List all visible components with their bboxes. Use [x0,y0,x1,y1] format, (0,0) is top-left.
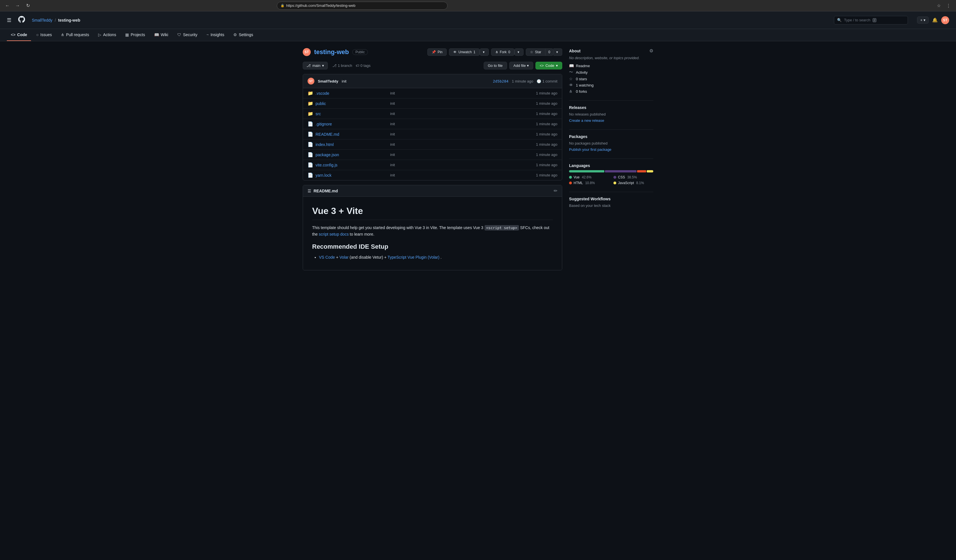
watching-sidebar-link[interactable]: 👁 1 watching [569,83,653,87]
branch-selector[interactable]: ⎇ main ▾ [303,62,328,69]
nav-tab-insights[interactable]: ~ Insights [203,29,228,41]
language-bar-segment [569,170,604,172]
file-name[interactable]: README.md [316,132,387,137]
fork-label: Fork [500,50,507,54]
ts-plugin-link[interactable]: TypeScript Vue Plugin (Volar) [388,255,439,260]
fork-dropdown[interactable]: ▾ [514,49,524,56]
user-avatar[interactable]: ST [941,16,949,24]
nav-tab-settings[interactable]: ⚙ Settings [229,29,257,41]
no-packages-text: No packages published [569,141,653,145]
breadcrumb-repo[interactable]: testing-web [58,18,80,22]
lang-name: Vue [574,175,580,179]
file-commit-message: init [390,101,533,105]
fork-sidebar-icon: ⋔ [569,89,574,94]
code-dropdown-button[interactable]: <> Code ▾ [536,62,562,69]
forks-sidebar-link[interactable]: ⋔ 0 forks [569,89,653,94]
watching-label: 1 watching [576,83,593,87]
publish-package-link[interactable]: Publish your first package [569,147,612,152]
security-icon: 🛡 [177,33,181,37]
breadcrumb-org[interactable]: SmallTeddy [32,18,52,22]
browser-bookmark[interactable]: ☆ [935,2,943,10]
projects-icon: ▦ [125,33,129,37]
global-search[interactable]: 🔍 Type / to search / [834,16,908,24]
about-section: About ⚙ No description, website, or topi… [569,48,653,94]
nav-tab-issues[interactable]: ○ Issues [32,29,56,41]
nav-tab-actions[interactable]: ▷ Actions [94,29,120,41]
star-dropdown[interactable]: ▾ [553,49,562,56]
commit-hash[interactable]: 2d5b284 [493,79,508,83]
fork-button[interactable]: ⋔ Fork 0 [491,49,515,56]
commit-count[interactable]: 🕐 1 commit [536,79,557,83]
languages-bar [569,170,653,172]
file-name[interactable]: vite.config.js [316,163,387,167]
file-name[interactable]: .gitignore [316,122,387,126]
file-name[interactable]: yarn.lock [316,173,387,178]
repo-avatar: ST [303,48,311,56]
branch-dropdown-icon: ▾ [322,63,324,68]
browser-refresh[interactable]: ↻ [24,2,32,10]
star-button[interactable]: ☆ Star [526,49,546,56]
repo-title[interactable]: testing-web [314,49,349,56]
commit-author: SmallTeddy [318,79,338,83]
file-commit-message: init [390,91,533,95]
volar-link[interactable]: Volar [340,255,349,260]
language-item[interactable]: CSS38.5% [613,175,653,179]
browser-menu[interactable]: ⋮ [945,2,953,10]
vscode-link[interactable]: VS Code [319,255,335,260]
branch-count[interactable]: ⎇ 1 branch [332,63,352,68]
readme-script-docs-link[interactable]: script setup docs [319,232,349,236]
new-item-button[interactable]: + ▾ [917,17,929,24]
file-name[interactable]: index.html [316,142,387,147]
nav-tab-pullrequests[interactable]: ⋔ Pull requests [57,29,93,41]
search-shortcut: / [873,18,876,22]
goto-file-button[interactable]: Go to file [484,62,507,69]
browser-address-bar[interactable]: 🔒 https://github.com/SmallTeddy/testing-… [277,2,448,10]
browser-back[interactable]: ← [3,2,11,10]
notifications-icon[interactable]: 🔔 [932,17,938,23]
nav-tab-projects[interactable]: ▦ Projects [121,29,149,41]
languages-list: Vue42.6%CSS38.5%HTML10.8%JavaScript8.1% [569,175,653,185]
language-item[interactable]: JavaScript8.1% [613,181,653,185]
file-name[interactable]: src [316,112,387,116]
table-row: 📁.vscodeinit1 minute ago [303,88,562,99]
pin-button[interactable]: 📌 Pin [427,49,447,56]
readme-sidebar-link[interactable]: 📖 Readme [569,63,653,68]
github-logo[interactable] [18,16,25,24]
browser-forward[interactable]: → [14,2,22,10]
packages-section: Packages No packages published Publish y… [569,134,653,152]
hamburger-menu[interactable]: ☰ [7,17,11,24]
code-btn-label: Code [546,63,554,68]
nav-label-actions: Actions [103,33,116,37]
readme-edit-button[interactable]: ✏ [554,188,557,193]
unwatch-button[interactable]: 👁 Unwatch 1 [449,49,480,56]
readme-title: README.md [313,189,338,193]
table-row: 📁srcinit1 minute ago [303,109,562,119]
nav-label-issues: Issues [40,33,52,37]
branch-icon: ⎇ [307,63,311,68]
repo-action-buttons: 📌 Pin 👁 Unwatch 1 ▾ ⋔ Fork 0 [427,49,562,56]
add-file-label: Add file [514,63,526,68]
nav-tab-wiki[interactable]: 📖 Wiki [150,29,172,41]
tag-count[interactable]: 🏷 0 tags [356,63,370,68]
nav-tab-code[interactable]: <> Code [7,29,31,41]
about-edit-button[interactable]: ⚙ [649,48,653,53]
language-item[interactable]: HTML10.8% [569,181,609,185]
add-file-button[interactable]: Add file ▾ [509,62,533,69]
activity-sidebar-link[interactable]: 〜 Activity [569,70,653,75]
nav-tab-security[interactable]: 🛡 Security [173,29,201,41]
branch-name: main [313,63,320,68]
browser-right-icons: ☆ ⋮ [935,2,953,10]
file-name[interactable]: .vscode [316,91,387,96]
create-release-link[interactable]: Create a new release [569,118,604,123]
stars-sidebar-link[interactable]: ☆ 0 stars [569,77,653,81]
unwatch-dropdown[interactable]: ▾ [480,49,489,56]
language-bar-segment [605,170,637,172]
nav-label-insights: Insights [211,33,224,37]
file-name[interactable]: package.json [316,153,387,157]
file-commit-message: init [390,153,533,157]
readme-h1: Vue 3 + Vite [312,206,553,220]
file-name[interactable]: public [316,101,387,106]
releases-title: Releases [569,105,653,110]
packages-label: Packages [569,134,588,139]
language-item[interactable]: Vue42.6% [569,175,609,179]
